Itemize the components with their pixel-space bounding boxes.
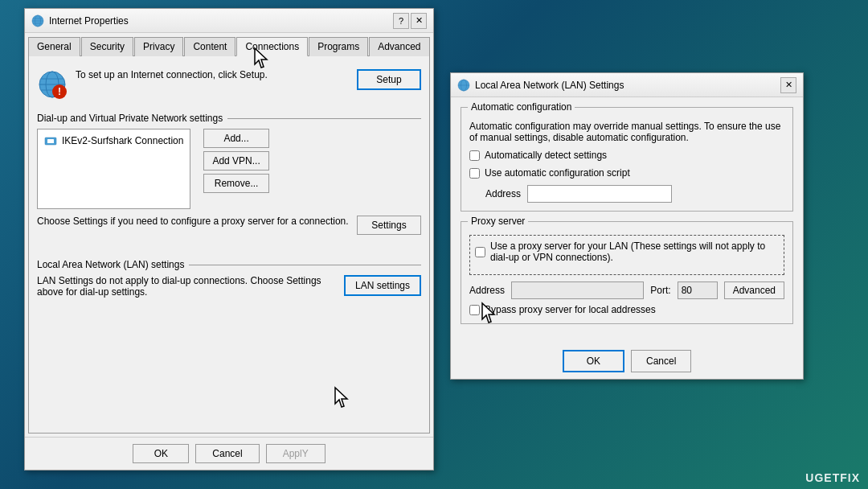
proxy-enable-label: Use a proxy server for your LAN (These s… [490, 240, 779, 263]
address-input[interactable] [527, 185, 672, 203]
connection-setup-row: ! To set up an Internet connection, clic… [37, 64, 421, 105]
proxy-info-text: Choose Settings if you need to configure… [37, 216, 349, 227]
tab-general[interactable]: General [28, 37, 80, 56]
tab-security[interactable]: Security [81, 37, 133, 56]
close-button[interactable]: ✕ [411, 13, 427, 29]
auto-detect-checkbox[interactable] [469, 150, 480, 161]
proxy-server-group: Proxy server Use a proxy server for your… [461, 221, 793, 324]
svg-rect-13 [47, 139, 54, 143]
lan-dialog-footer: OK Cancel [451, 343, 803, 379]
tab-advanced[interactable]: Advanced [369, 37, 429, 56]
titlebar-buttons: ? ✕ [393, 13, 427, 29]
setup-button[interactable]: Setup [357, 69, 421, 90]
vpn-list[interactable]: IKEv2-Surfshark Connection [37, 129, 190, 209]
bypass-checkbox[interactable] [469, 305, 480, 315]
proxy-row: Choose Settings if you need to configure… [37, 216, 421, 235]
internet-props-footer: OK Cancel ApplY [25, 437, 433, 470]
lan-cancel-button[interactable]: Cancel [631, 350, 691, 372]
vpn-row: IKEv2-Surfshark Connection Add... Add VP… [37, 129, 421, 209]
internet-props-titlebar: Internet Properties ? ✕ [25, 9, 433, 33]
section-line [227, 118, 421, 119]
lan-row: LAN Settings do not apply to dial-up con… [37, 275, 421, 298]
lan-titlebar-buttons: ✕ [780, 77, 796, 93]
tabs-bar: General Security Privacy Content Connect… [25, 33, 433, 55]
bypass-label: Bypass proxy server for local addresses [485, 304, 656, 315]
proxy-group-content: Use a proxy server for your LAN (These s… [469, 235, 784, 315]
ok-footer-button[interactable]: OK [133, 444, 189, 463]
watermark: UGETFIX [805, 471, 860, 484]
auto-script-checkbox[interactable] [469, 168, 480, 179]
dialup-section-header: Dial-up and Virtual Private Network sett… [37, 113, 421, 124]
lan-description: LAN Settings do not apply to dial-up con… [37, 275, 344, 298]
lan-titlebar-left: Local Area Network (LAN) Settings [457, 79, 624, 92]
vpn-item[interactable]: IKEv2-Surfshark Connection [41, 133, 186, 149]
add-button[interactable]: Add... [203, 129, 268, 148]
proxy-server-title: Proxy server [468, 216, 528, 227]
lan-settings-button[interactable]: LAN settings [344, 275, 421, 296]
section-line2 [189, 265, 421, 265]
lan-section-header: Local Area Network (LAN) settings [37, 259, 421, 270]
auto-config-group: Automatic configuration Automatic config… [461, 107, 793, 212]
add-vpn-button[interactable]: Add VPN... [203, 151, 268, 171]
lan-dialog-content: Automatic configuration Automatic config… [451, 97, 803, 343]
settings-button[interactable]: Settings [357, 216, 421, 235]
proxy-enable-row: Use a proxy server for your LAN (These s… [475, 240, 779, 263]
lan-settings-dialog: Local Area Network (LAN) Settings ✕ Auto… [450, 72, 804, 380]
advanced-button[interactable]: Advanced [724, 281, 784, 299]
lan-titlebar: Local Area Network (LAN) Settings ✕ [451, 73, 803, 97]
titlebar-left: Internet Properties [31, 14, 129, 27]
help-button[interactable]: ? [393, 13, 409, 29]
proxy-checkbox-dashed-box: Use a proxy server for your LAN (These s… [469, 235, 784, 275]
tab-connections[interactable]: Connections [236, 37, 308, 56]
tab-content-area: ! To set up an Internet connection, clic… [28, 55, 430, 434]
port-input[interactable] [678, 281, 718, 299]
proxy-address-input[interactable] [511, 281, 644, 299]
internet-properties-dialog: Internet Properties ? ✕ General Security… [24, 8, 434, 471]
tab-privacy[interactable]: Privacy [134, 37, 183, 56]
globe-title-icon [31, 14, 44, 27]
auto-detect-label: Automatically detect settings [485, 150, 607, 161]
cancel-footer-button[interactable]: Cancel [195, 444, 259, 463]
apply-footer-button[interactable]: ApplY [266, 444, 326, 463]
auto-config-title: Automatic configuration [468, 101, 575, 113]
bypass-row: Bypass proxy server for local addresses [469, 304, 784, 315]
address-row: Address [485, 185, 784, 203]
tab-programs[interactable]: Programs [309, 37, 368, 56]
address-label: Address [485, 188, 521, 199]
auto-config-desc: Automatic configuration may override man… [469, 121, 784, 143]
port-label: Port: [650, 285, 670, 296]
proxy-server-address-row: Address Port: Advanced [469, 281, 784, 299]
lan-globe-icon [457, 79, 470, 92]
vpn-icon [44, 134, 57, 147]
remove-button[interactable]: Remove... [203, 174, 268, 193]
auto-detect-row: Automatically detect settings [469, 150, 784, 161]
connection-text: To set up an Internet connection, click … [76, 69, 349, 80]
lan-ok-button[interactable]: OK [563, 350, 624, 372]
globe-icon: ! [37, 69, 68, 100]
auto-script-row: Use automatic configuration script [469, 167, 784, 179]
address-field-label: Address [469, 285, 505, 296]
lan-close-button[interactable]: ✕ [780, 77, 796, 93]
auto-script-label: Use automatic configuration script [485, 167, 630, 179]
svg-text:!: ! [58, 86, 61, 97]
tab-content[interactable]: Content [184, 37, 235, 56]
lan-dialog-title: Local Area Network (LAN) Settings [475, 80, 624, 91]
auto-config-content: Automatic configuration may override man… [469, 121, 784, 203]
proxy-enable-checkbox[interactable] [475, 247, 485, 257]
internet-props-title: Internet Properties [49, 15, 129, 27]
vpn-buttons: Add... Add VPN... Remove... [203, 129, 268, 209]
